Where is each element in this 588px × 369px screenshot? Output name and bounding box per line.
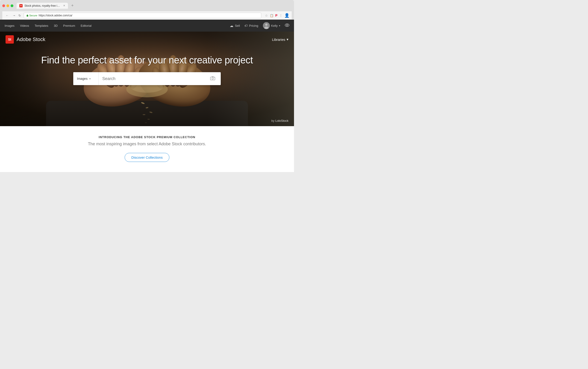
user-menu-button[interactable]: Kelly ▾ xyxy=(263,22,280,29)
nav-3d[interactable]: 3D xyxy=(54,23,58,28)
pricing-tag-icon: 🏷 xyxy=(245,24,248,27)
url-text: https://stock.adobe.com/ca/ xyxy=(39,14,72,17)
attribution-name: LoloStock xyxy=(275,119,288,123)
eye-icon[interactable] xyxy=(285,23,289,28)
stock-name: Adobe Stock xyxy=(17,36,45,42)
search-input[interactable] xyxy=(102,76,208,81)
address-bar: ← → ↻ Secure https://stock.adobe.com/ca/… xyxy=(2,11,292,20)
secure-badge: Secure xyxy=(26,14,37,17)
tab-bar: St Stock photos, royalty-free ima... ✕ + xyxy=(17,2,76,10)
user-icon[interactable]: 👤 xyxy=(284,13,289,18)
libraries-caret-icon: ▾ xyxy=(287,37,288,41)
pricing-button[interactable]: 🏷 Pricing xyxy=(245,24,258,27)
user-name: Kelly xyxy=(271,24,278,27)
tab-favicon: St xyxy=(19,4,23,7)
libraries-button[interactable]: Libraries ▾ xyxy=(272,37,288,41)
search-input-area xyxy=(99,72,221,85)
maximize-button[interactable] xyxy=(10,4,13,7)
nav-images[interactable]: Images xyxy=(5,23,15,28)
pricing-label: Pricing xyxy=(249,24,258,27)
menu-icon[interactable]: ⋮ xyxy=(279,14,283,17)
active-tab[interactable]: St Stock photos, royalty-free ima... ✕ xyxy=(17,3,68,9)
sell-icon: ☁ xyxy=(230,23,233,28)
nav-videos[interactable]: Videos xyxy=(20,23,29,28)
stock-logo-bar: St Adobe Stock Libraries ▾ xyxy=(0,31,294,47)
nav-premium[interactable]: Premium xyxy=(63,23,75,28)
premium-section: INTRODUCING THE ADOBE STOCK PREMIUM COLL… xyxy=(0,126,294,172)
pinterest-icon[interactable]: P xyxy=(275,14,277,17)
svg-point-4 xyxy=(285,24,289,27)
search-type-dropdown[interactable]: Images ▾ xyxy=(73,72,99,85)
url-field[interactable]: Secure https://stock.adobe.com/ca/ xyxy=(24,13,261,18)
nav-links: Images Videos Templates 3D Premium Edito… xyxy=(5,23,230,28)
forward-button[interactable]: → xyxy=(11,13,17,18)
discover-collections-button[interactable]: Discover Collections xyxy=(125,153,169,162)
bookmark-icon[interactable]: ☆ xyxy=(265,14,268,17)
search-type-label: Images xyxy=(77,77,88,81)
svg-point-34 xyxy=(214,78,215,78)
hero-content: Find the perfect asset for your next cre… xyxy=(0,55,294,85)
tab-close-icon[interactable]: ✕ xyxy=(63,4,65,7)
secure-label: Secure xyxy=(29,14,37,17)
browser-controls: St Stock photos, royalty-free ima... ✕ + xyxy=(2,2,292,10)
new-tab-button[interactable]: + xyxy=(69,2,76,10)
address-actions: ☆ 📋 P ⋮ 👤 xyxy=(265,13,289,18)
sell-button[interactable]: ☁ Sell xyxy=(230,23,240,28)
extension-icon[interactable]: 📋 xyxy=(270,14,274,17)
nav-templates[interactable]: Templates xyxy=(35,23,48,28)
hero-headline: Find the perfect asset for your next cre… xyxy=(41,55,253,66)
traffic-lights xyxy=(2,4,13,7)
st-badge: St xyxy=(6,35,14,44)
svg-rect-0 xyxy=(27,15,28,17)
premium-subtitle: The most inspiring images from select Ad… xyxy=(5,142,289,146)
svg-rect-32 xyxy=(210,77,215,80)
avatar xyxy=(263,22,270,29)
hero-attribution: by LoloStock xyxy=(271,119,288,123)
search-bar: Images ▾ xyxy=(73,72,221,85)
camera-search-icon[interactable] xyxy=(208,76,217,82)
refresh-button[interactable]: ↻ xyxy=(19,14,21,17)
back-button[interactable]: ← xyxy=(5,13,10,18)
browser-chrome: St Stock photos, royalty-free ima... ✕ +… xyxy=(0,0,294,20)
nav-editorial[interactable]: Editorial xyxy=(81,23,91,28)
browser-content: Images Videos Templates 3D Premium Edito… xyxy=(0,20,294,172)
premium-title: INTRODUCING THE ADOBE STOCK PREMIUM COLL… xyxy=(5,135,289,139)
svg-point-5 xyxy=(286,24,288,26)
search-type-caret-icon: ▾ xyxy=(89,78,90,80)
svg-point-33 xyxy=(212,78,214,79)
close-button[interactable] xyxy=(2,4,5,7)
site-nav: Images Videos Templates 3D Premium Edito… xyxy=(0,20,294,31)
libraries-label: Libraries xyxy=(272,38,285,41)
nav-right: ☁ Sell 🏷 Pricing Kelly ▾ xyxy=(230,22,289,29)
svg-point-2 xyxy=(265,23,267,26)
sell-label: Sell xyxy=(235,24,240,27)
attribution-by: by xyxy=(271,119,275,123)
minimize-button[interactable] xyxy=(6,4,9,7)
hero-section: St Adobe Stock Libraries ▾ Find the perf… xyxy=(0,31,294,126)
adobe-stock-logo: St Adobe Stock xyxy=(6,35,45,44)
user-caret-icon: ▾ xyxy=(279,24,280,27)
tab-title: Stock photos, royalty-free ima... xyxy=(24,4,61,7)
